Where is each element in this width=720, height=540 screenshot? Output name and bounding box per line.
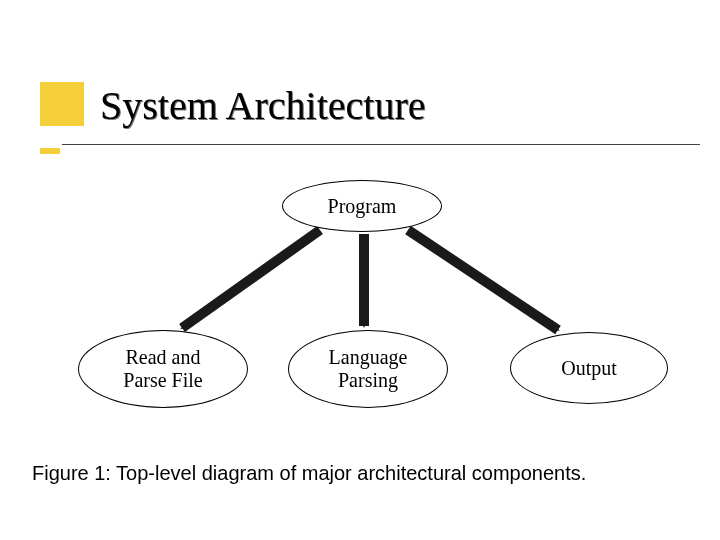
arrow-to-output [408, 230, 558, 330]
title-accent-square [40, 82, 84, 126]
node-read-parse-file: Read and Parse File [78, 330, 248, 408]
title-block: System Architecture [40, 82, 680, 152]
figure-caption: Figure 1: Top-level diagram of major arc… [32, 462, 700, 485]
title-rule [62, 144, 700, 145]
title-accent-tick [40, 148, 60, 154]
node-program: Program [282, 180, 442, 232]
node-program-label: Program [328, 195, 397, 218]
arrow-to-read [182, 230, 320, 328]
node-read-label: Read and Parse File [123, 346, 202, 392]
node-language-parsing: Language Parsing [288, 330, 448, 408]
arrow-layer [0, 0, 720, 540]
node-output: Output [510, 332, 668, 404]
slide: System Architecture Program Read and Par… [0, 0, 720, 540]
node-output-label: Output [561, 357, 617, 380]
slide-title: System Architecture [100, 84, 425, 128]
node-lang-label: Language Parsing [329, 346, 408, 392]
